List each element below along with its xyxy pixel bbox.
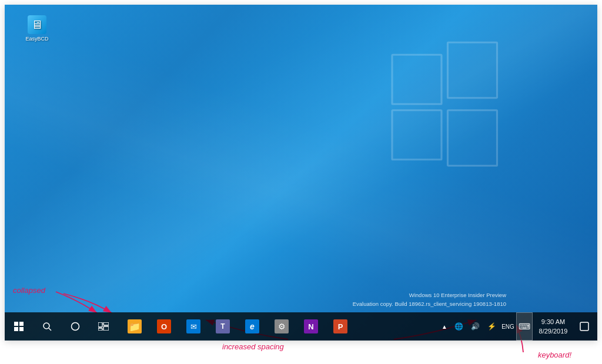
search-button[interactable] (33, 312, 61, 341)
chevron-up-icon: ▲ (442, 323, 447, 330)
cortana-button[interactable] (61, 312, 89, 341)
annotation-keyboard-label: keyboard! (538, 350, 571, 359)
svg-rect-4 (393, 55, 441, 103)
start-button[interactable] (5, 312, 33, 341)
windows-logo-decoration (380, 34, 503, 193)
svg-rect-5 (449, 43, 497, 97)
svg-rect-9 (19, 322, 24, 326)
notification-center-button[interactable] (574, 312, 595, 341)
task-view-icon (98, 322, 109, 331)
windows-start-icon (14, 322, 24, 331)
annotation-spacing-label: increased spacing (222, 342, 284, 351)
watermark-line1: Windows 10 Enterprise Insider Preview (353, 291, 506, 299)
taskbar-app-office[interactable]: O (150, 312, 178, 341)
svg-rect-6 (393, 111, 441, 159)
edge-icon: e (245, 319, 259, 333)
svg-rect-11 (19, 327, 24, 331)
desktop-overlay (5, 5, 597, 341)
tray-input-icon[interactable]: ENG (500, 312, 516, 341)
tray-battery-icon[interactable]: ⚡ (483, 312, 500, 341)
office-icon: O (157, 319, 171, 333)
desktop-icon-easybcd[interactable]: 🖥 EasyBCD (22, 15, 52, 42)
settings-icon: ⚙ (275, 319, 289, 333)
clock-area[interactable]: 9:30 AM 8/29/2019 (533, 312, 574, 341)
svg-rect-19 (580, 322, 588, 331)
svg-rect-15 (98, 322, 102, 327)
svg-rect-10 (14, 327, 18, 331)
language-icon: ENG (501, 323, 514, 330)
taskbar-app-settings[interactable]: ⚙ (267, 312, 296, 341)
easybcd-icon: 🖥 (28, 15, 46, 34)
svg-rect-16 (103, 322, 109, 325)
taskbar-app-onenote[interactable]: N (297, 312, 325, 341)
svg-point-12 (44, 323, 49, 329)
desktop-icon-label: EasyBCD (25, 36, 48, 42)
taskbar-app-powerpoint[interactable]: P (326, 312, 354, 341)
network-icon: 🌐 (454, 322, 463, 331)
keyboard-icon: ⌨ (519, 322, 530, 331)
battery-icon: ⚡ (487, 322, 496, 331)
desktop: 🖥 EasyBCD Windows 10 Enterprise Insider … (5, 5, 597, 341)
tray-overflow-button[interactable]: ▲ (439, 312, 450, 341)
tray-network-icon[interactable]: 🌐 (450, 312, 467, 341)
onenote-icon: N (304, 319, 318, 333)
taskbar-apps: 📁 O ✉ T e ⚙ (118, 312, 436, 341)
volume-icon: 🔊 (471, 322, 480, 331)
notification-icon (580, 322, 589, 331)
system-tray: ▲ 🌐 🔊 ⚡ ENG ⌨ (436, 312, 597, 341)
outer-container: 🖥 EasyBCD Windows 10 Enterprise Insider … (5, 5, 597, 341)
taskbar-app-outlook[interactable]: ✉ (179, 312, 208, 341)
cortana-icon (71, 322, 80, 331)
powerpoint-icon: P (333, 319, 347, 333)
svg-rect-7 (449, 111, 497, 165)
taskbar-app-edge[interactable]: e (238, 312, 266, 341)
clock-time: 9:30 AM (541, 317, 565, 327)
tray-keyboard-icon[interactable]: ⌨ (516, 312, 533, 341)
svg-rect-18 (98, 328, 102, 331)
svg-point-14 (72, 323, 79, 331)
outlook-icon: ✉ (186, 319, 200, 333)
watermark-line2: Evaluation copy. Build 18962.rs_client_s… (353, 299, 506, 308)
svg-rect-8 (14, 322, 18, 326)
file-explorer-icon: 📁 (128, 319, 142, 333)
teams-icon: T (216, 319, 230, 333)
taskbar-app-teams[interactable]: T (209, 312, 237, 341)
watermark: Windows 10 Enterprise Insider Preview Ev… (353, 291, 506, 308)
tray-volume-icon[interactable]: 🔊 (467, 312, 483, 341)
taskbar: 📁 O ✉ T e ⚙ (5, 312, 597, 341)
search-icon (43, 322, 52, 331)
task-view-button[interactable] (89, 312, 118, 341)
svg-rect-17 (103, 326, 109, 331)
svg-line-13 (49, 328, 51, 331)
taskbar-app-file-explorer[interactable]: 📁 (121, 312, 149, 341)
clock-date: 8/29/2019 (539, 326, 568, 336)
